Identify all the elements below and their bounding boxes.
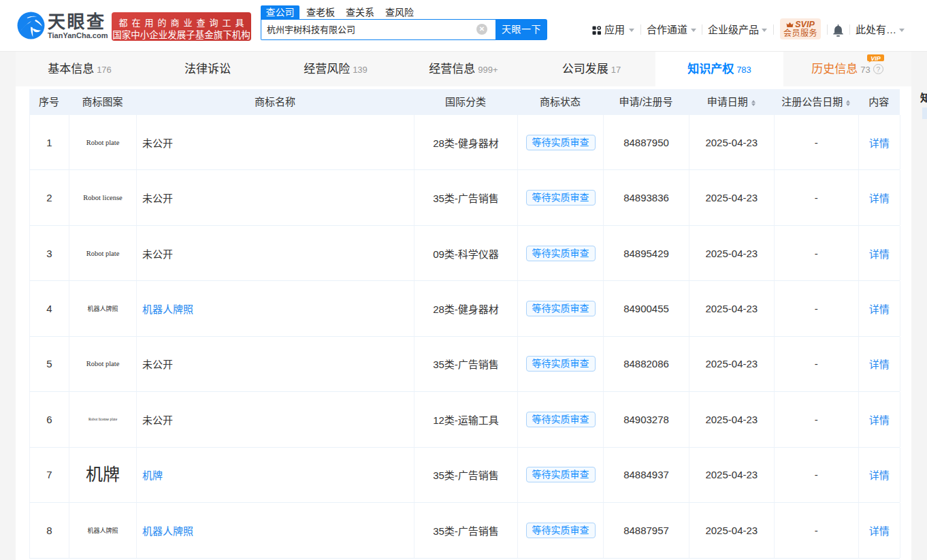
svg-text:VIP: VIP — [871, 55, 881, 62]
